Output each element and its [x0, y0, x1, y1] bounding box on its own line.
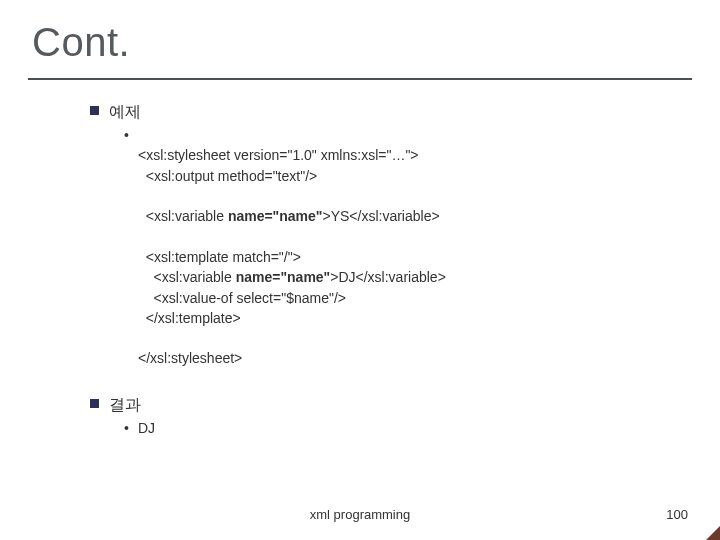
dot-bullet-icon: • [124, 418, 138, 438]
result-value: DJ [138, 418, 155, 438]
bullet-example: 예제 [90, 100, 680, 123]
code-line-part: <xsl:variable [138, 269, 236, 285]
code-line: <xsl:output method="text"/> [138, 168, 317, 184]
title-underline [28, 78, 692, 80]
bullet-result: 결과 [90, 393, 680, 416]
code-line-part: <xsl:variable [138, 208, 228, 224]
example-dot-row: • <xsl:stylesheet version="1.0" xmlns:xs… [124, 125, 680, 369]
example-sub-block: • <xsl:stylesheet version="1.0" xmlns:xs… [124, 125, 680, 369]
code-bold: name="name" [228, 208, 323, 224]
corner-accent-icon [706, 526, 720, 540]
result-dot-row: • DJ [124, 418, 680, 438]
code-line: </xsl:template> [138, 310, 241, 326]
slide: Cont. 예제 • <xsl:stylesheet version="1.0"… [0, 0, 720, 540]
code-line: <xsl:template match="/"> [138, 249, 301, 265]
footer-center-text: xml programming [0, 507, 720, 522]
code-line: <xsl:stylesheet version="1.0" xmlns:xsl=… [138, 147, 419, 163]
code-line-part: >YS</xsl:variable> [322, 208, 439, 224]
square-bullet-icon [90, 106, 99, 115]
square-bullet-icon [90, 399, 99, 408]
bullet-example-label: 예제 [109, 100, 141, 123]
code-line: <xsl:value-of select="$name"/> [138, 290, 346, 306]
code-bold: name="name" [236, 269, 331, 285]
slide-content: 예제 • <xsl:stylesheet version="1.0" xmlns… [90, 100, 680, 448]
code-line: </xsl:stylesheet> [138, 350, 242, 366]
bullet-result-label: 결과 [109, 393, 141, 416]
result-sub-block: • DJ [124, 418, 680, 438]
dot-bullet-icon: • [124, 125, 138, 145]
code-block: <xsl:stylesheet version="1.0" xmlns:xsl=… [138, 125, 446, 369]
slide-title: Cont. [32, 20, 130, 65]
footer-page-number: 100 [666, 507, 688, 522]
code-line-part: >DJ</xsl:variable> [330, 269, 446, 285]
